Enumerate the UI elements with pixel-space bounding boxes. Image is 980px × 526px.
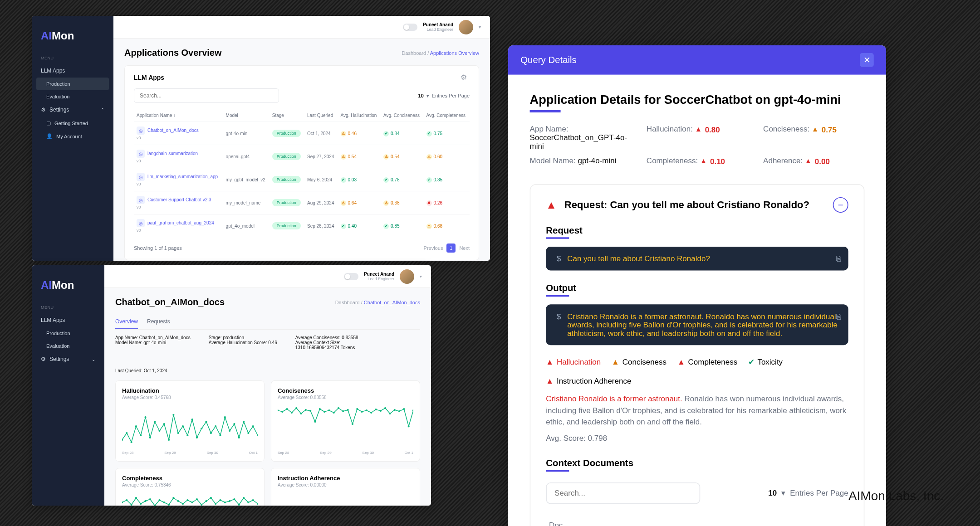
- menu-section-label: MENU: [32, 56, 113, 64]
- svg-point-82: [224, 502, 226, 503]
- chevron-down-icon[interactable]: ▾: [426, 93, 429, 99]
- close-button[interactable]: ✕: [860, 53, 874, 67]
- table-row[interactable]: ◎llm_marketing_summarization_appv0 my_gp…: [134, 168, 470, 191]
- chevron-down-icon[interactable]: ▾: [781, 489, 785, 497]
- warning-icon: ▲: [805, 157, 812, 165]
- table-row[interactable]: ◎Customer Support Chatbot v2.3v0 my_mode…: [134, 191, 470, 214]
- svg-point-54: [389, 413, 391, 414]
- eval-tab-hallucination[interactable]: ▲Hallucination: [546, 357, 601, 366]
- app-link[interactable]: llm_marketing_summarization_app: [147, 174, 218, 179]
- next-button[interactable]: Next: [459, 245, 470, 251]
- svg-point-18: [205, 421, 207, 423]
- svg-point-72: [177, 500, 179, 502]
- svg-point-34: [295, 407, 297, 409]
- svg-point-27: [247, 432, 249, 434]
- eval-tab-completeness[interactable]: ▲Completeness: [677, 357, 737, 366]
- svg-point-53: [384, 407, 386, 409]
- sidebar-item-getting-started[interactable]: ▢Getting Started: [32, 117, 113, 130]
- table-row[interactable]: ◎langchain-summarizationv0 openai-gpt4 P…: [134, 145, 470, 168]
- app-link[interactable]: Chatbot_on_AIMon_docs: [147, 128, 199, 133]
- col-app[interactable]: Application Name ↑: [134, 109, 223, 122]
- svg-point-88: [252, 499, 254, 501]
- stage-badge: Production: [272, 222, 301, 229]
- warning-icon: ▲: [546, 376, 554, 385]
- breadcrumb-current[interactable]: Chatbot_on_AIMon_docs: [364, 300, 420, 305]
- col-hall[interactable]: Avg. Hallucination: [338, 109, 381, 122]
- svg-point-15: [191, 419, 193, 420]
- svg-point-32: [286, 408, 288, 410]
- app-link[interactable]: paul_graham_chatbot_aug_2024: [147, 220, 214, 225]
- eval-tab-conciseness[interactable]: ▲Conciseness: [612, 357, 666, 366]
- doc-search-input[interactable]: [546, 482, 700, 504]
- sidebar-item-production[interactable]: Production: [32, 327, 104, 340]
- col-doc-length[interactable]: Doc Length⇅: [546, 514, 590, 526]
- page-number[interactable]: 1: [446, 244, 456, 253]
- sidebar-item-evaluation[interactable]: Evaluation: [32, 90, 113, 103]
- svg-point-47: [356, 408, 358, 410]
- col-doc-content[interactable]: Doc Content⇅: [590, 514, 848, 526]
- theme-toggle[interactable]: [403, 24, 417, 31]
- chevron-down-icon: ⌄: [92, 357, 95, 362]
- sidebar-item-llm-apps[interactable]: LLM Apps: [32, 64, 113, 78]
- svg-point-50: [370, 412, 372, 414]
- svg-point-86: [243, 497, 245, 499]
- svg-point-38: [314, 421, 316, 423]
- sidebar-item-evaluation[interactable]: Evaluation: [32, 340, 104, 352]
- avatar[interactable]: [400, 269, 414, 284]
- theme-toggle[interactable]: [344, 273, 358, 280]
- warning-icon: ▲: [546, 198, 557, 210]
- svg-point-85: [238, 504, 240, 506]
- svg-point-35: [300, 413, 302, 414]
- col-conc[interactable]: Avg. Conciseness: [381, 109, 424, 122]
- stage-badge: Production: [272, 153, 301, 160]
- chart-adherence: Instruction Adherence Average Score: 0.0…: [271, 468, 420, 506]
- svg-point-6: [149, 437, 151, 438]
- collapse-button[interactable]: −: [833, 197, 848, 212]
- svg-point-44: [342, 410, 344, 412]
- section-request-label: Request: [546, 224, 848, 235]
- svg-point-69: [163, 502, 165, 503]
- apps-table: Application Name ↑ Model Stage Last Quer…: [134, 109, 470, 237]
- svg-point-79: [210, 497, 212, 499]
- logo: AIMon: [32, 25, 113, 56]
- sidebar-item-my-account[interactable]: 👤My Account: [32, 130, 113, 143]
- col-queried[interactable]: Last Queried: [304, 109, 338, 122]
- chevron-down-icon[interactable]: ▾: [479, 24, 481, 29]
- eval-tab-adherence[interactable]: ▲Instruction Adherence: [546, 376, 631, 385]
- breadcrumb-current[interactable]: Applications Overview: [430, 50, 479, 56]
- dollar-icon: $: [557, 312, 561, 320]
- svg-point-14: [186, 434, 188, 436]
- svg-point-78: [205, 500, 207, 502]
- sidebar-item-production[interactable]: Production: [36, 78, 109, 90]
- col-model[interactable]: Model: [223, 109, 270, 122]
- stage-badge: Production: [272, 176, 301, 183]
- tab-requests[interactable]: Requests: [147, 315, 170, 329]
- app-link[interactable]: Customer Support Chatbot v2.3: [147, 197, 211, 202]
- topbar: Puneet Anand Lead Engineer ▾: [113, 16, 490, 39]
- tab-overview[interactable]: Overview: [115, 315, 138, 329]
- copy-icon[interactable]: ⎘: [836, 254, 841, 263]
- sidebar-item-settings[interactable]: ⚙Settings⌄: [32, 352, 104, 366]
- table-row[interactable]: ◎Chatbot_on_AIMon_docsv0 gpt-4o-mini Pro…: [134, 122, 470, 145]
- col-comp[interactable]: Avg. Completeness: [424, 109, 470, 122]
- avatar[interactable]: [459, 20, 473, 34]
- svg-point-62: [130, 504, 132, 506]
- sidebar-item-llm-apps[interactable]: LLM Apps: [32, 313, 104, 327]
- user-info: Puneet Anand Lead Engineer: [423, 22, 453, 32]
- app-icon: ◎: [137, 219, 145, 227]
- table-row[interactable]: ◎paul_graham_chatbot_aug_2024v0 gpt_4o_m…: [134, 214, 470, 238]
- prev-button[interactable]: Previous: [424, 245, 443, 251]
- col-stage[interactable]: Stage: [270, 109, 304, 122]
- doc-entries: 10▾Entries Per Page: [768, 489, 848, 497]
- app-link[interactable]: langchain-summarization: [147, 151, 198, 156]
- search-input[interactable]: [134, 88, 279, 103]
- sidebar-item-settings[interactable]: ⚙Settings⌃: [32, 103, 113, 117]
- svg-point-9: [163, 423, 165, 425]
- breadcrumb: Dashboard / Applications Overview: [402, 50, 479, 56]
- svg-point-75: [191, 502, 193, 503]
- settings-icon[interactable]: ⚙: [461, 73, 470, 82]
- copy-icon[interactable]: ⎘: [836, 312, 841, 320]
- svg-point-33: [291, 412, 293, 414]
- chevron-down-icon[interactable]: ▾: [420, 274, 422, 279]
- eval-tab-toxicity[interactable]: ✔Toxicity: [748, 357, 783, 366]
